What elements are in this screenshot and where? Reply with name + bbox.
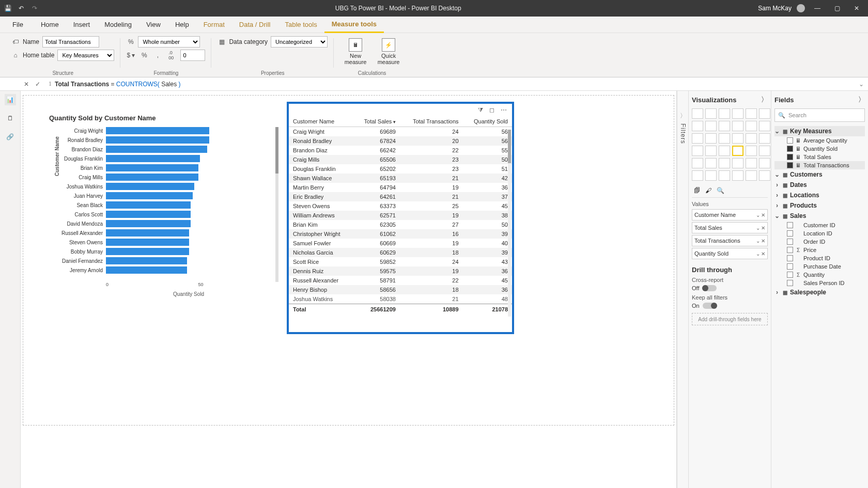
viz-type-icon[interactable]	[746, 121, 757, 131]
field-item[interactable]: Location ID	[774, 229, 865, 238]
decimals-input[interactable]	[180, 50, 205, 61]
table-row[interactable]: Scott Rice598522443	[289, 257, 512, 266]
keep-filters-toggle[interactable]: On	[692, 303, 768, 309]
fields-search-input[interactable]: 🔍 Search	[774, 108, 865, 122]
viz-type-icon[interactable]	[759, 170, 770, 181]
table-row[interactable]: Craig Mills655062350	[289, 155, 512, 164]
viz-type-icon[interactable]	[732, 133, 743, 144]
bar-rect[interactable]	[106, 155, 200, 162]
user-name[interactable]: Sam McKay	[758, 5, 792, 12]
maximize-icon[interactable]: ▢	[830, 5, 844, 12]
field-checkbox[interactable]	[787, 222, 793, 228]
bar-rect[interactable]	[106, 146, 207, 153]
bar-row[interactable]: Craig Mills	[106, 174, 198, 181]
viz-type-icon[interactable]	[719, 158, 730, 168]
viz-type-icon[interactable]	[746, 133, 757, 144]
formula-text[interactable]: Total Transactions = COUNTROWS( Sales )	[52, 81, 181, 88]
bar-row[interactable]: Steven Owens	[106, 239, 189, 246]
formula-cancel-icon[interactable]: ✕	[21, 81, 32, 88]
undo-icon[interactable]: ↶	[18, 5, 25, 12]
viz-type-icon[interactable]	[732, 121, 743, 131]
viz-type-icon[interactable]	[759, 121, 770, 131]
well-remove-icon[interactable]: ✕	[761, 238, 765, 244]
formula-expand-icon[interactable]: ⌄	[859, 81, 868, 88]
fields-table-header[interactable]: ⌄▦Customers	[774, 169, 865, 180]
bar-row[interactable]: Bobby Murray	[106, 248, 189, 255]
field-well[interactable]: Total Transactions⌄✕	[692, 235, 768, 246]
percent-icon[interactable]: %	[140, 51, 148, 59]
field-checkbox[interactable]	[787, 263, 793, 270]
well-remove-icon[interactable]: ✕	[761, 225, 765, 231]
table-row[interactable]: Steven Owens633732545	[289, 201, 512, 211]
bar-rect[interactable]	[106, 248, 189, 255]
well-menu-icon[interactable]: ⌄	[756, 225, 760, 231]
bar-rect[interactable]	[106, 201, 191, 209]
bar-row[interactable]: Juan Harvey	[106, 192, 193, 199]
table-row[interactable]: Douglas Franklin652022351	[289, 164, 512, 174]
report-canvas[interactable]: Quantity Sold by Customer Name Customer …	[21, 91, 677, 488]
bar-row[interactable]: Brandon Diaz	[106, 146, 207, 153]
close-icon[interactable]: ✕	[849, 5, 864, 12]
bar-rect[interactable]	[106, 239, 189, 246]
well-menu-icon[interactable]: ⌄	[756, 212, 760, 218]
viz-type-icon[interactable]	[759, 146, 770, 156]
bar-rect[interactable]	[106, 211, 191, 218]
field-checkbox[interactable]	[787, 137, 793, 144]
field-checkbox[interactable]	[787, 146, 793, 152]
well-menu-icon[interactable]: ⌄	[756, 238, 760, 244]
minimize-icon[interactable]: —	[810, 5, 825, 12]
field-item[interactable]: Product ID	[774, 254, 865, 262]
field-item[interactable]: Sales Person ID	[774, 279, 865, 287]
table-column-header[interactable]: Customer Name	[289, 116, 353, 127]
bar-row[interactable]: David Mendoza	[106, 220, 191, 227]
viz-type-icon[interactable]	[732, 108, 743, 119]
fields-table-header[interactable]: ›▦Products	[774, 200, 865, 211]
bar-rect[interactable]	[106, 136, 209, 144]
formula-commit-icon[interactable]: ✓	[32, 81, 43, 88]
field-item[interactable]: 🖩Quantity Sold	[774, 145, 865, 153]
tab-table-tools[interactable]: Table tools	[277, 17, 324, 33]
table-row[interactable]: Henry Bishop586561836	[289, 285, 512, 294]
table-row[interactable]: Martin Berry647941936	[289, 183, 512, 192]
bar-row[interactable]: Russell Alexander	[106, 229, 189, 237]
data-category-select[interactable]: Uncategorized	[271, 36, 328, 48]
fields-table-header[interactable]: ›▦Salespeople	[774, 287, 865, 297]
report-view-icon[interactable]: 📊	[5, 94, 16, 105]
formula-bar[interactable]: ✕ ✓ 1 Total Transactions = COUNTROWS( Sa…	[0, 77, 868, 91]
viz-type-icon[interactable]	[705, 133, 717, 144]
tab-format[interactable]: Format	[196, 17, 232, 33]
table-row[interactable]: Eric Bradley642612137	[289, 192, 512, 201]
model-view-icon[interactable]: 🔗	[5, 131, 16, 143]
bar-rect[interactable]	[106, 127, 209, 134]
new-measure-button[interactable]: 🖩 New measure	[340, 35, 371, 68]
field-checkbox[interactable]	[787, 280, 793, 286]
viz-type-icon[interactable]	[746, 158, 757, 168]
field-item[interactable]: Order ID	[774, 238, 865, 246]
bar-rect[interactable]	[106, 192, 193, 199]
format-select[interactable]: Whole number	[138, 36, 200, 48]
field-item[interactable]: 🖩Total Transactions	[774, 161, 865, 169]
viz-type-icon[interactable]	[732, 158, 743, 168]
table-row[interactable]: Brandon Diaz662422255	[289, 146, 512, 155]
table-row[interactable]: Nicholas Garcia606291839	[289, 248, 512, 257]
bar-rect[interactable]	[106, 183, 194, 190]
table-row[interactable]: William Andrews625711938	[289, 211, 512, 220]
field-checkbox[interactable]	[787, 230, 793, 237]
filters-pane-label[interactable]: Filters	[679, 123, 687, 144]
field-checkbox[interactable]	[787, 239, 793, 245]
tab-home[interactable]: Home	[34, 17, 66, 33]
table-column-header[interactable]: Total Sales	[353, 116, 400, 127]
drillthrough-dropzone[interactable]: Add drill-through fields here	[692, 313, 768, 325]
bar-row[interactable]: Joshua Watkins	[106, 183, 194, 190]
field-item[interactable]: 🖩Average Quantity	[774, 136, 865, 145]
viz-type-icon[interactable]	[732, 170, 743, 181]
bar-row[interactable]: Ronald Bradley	[106, 136, 209, 144]
field-checkbox[interactable]	[787, 247, 793, 253]
bar-rect[interactable]	[106, 257, 187, 264]
viz-type-icon[interactable]	[692, 121, 703, 131]
bar-rect[interactable]	[106, 174, 198, 181]
viz-type-icon[interactable]	[719, 133, 730, 144]
analytics-tool-icon[interactable]: 🔍	[717, 187, 724, 194]
field-checkbox[interactable]	[787, 162, 793, 168]
table-scrollbar[interactable]	[508, 130, 511, 317]
